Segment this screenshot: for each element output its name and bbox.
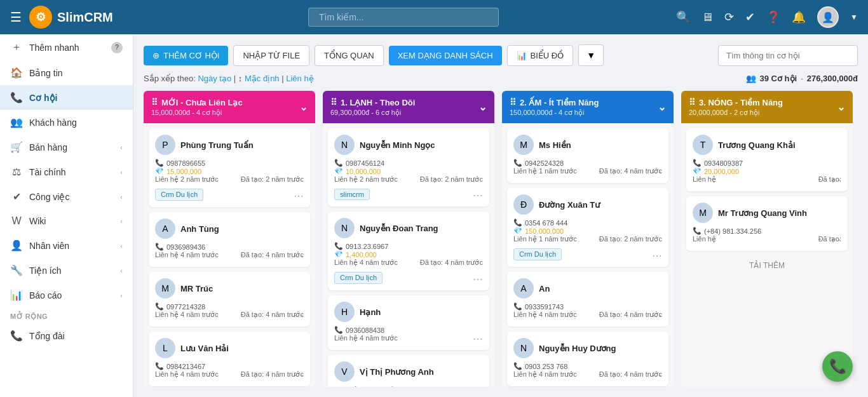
hamburger-icon[interactable]: ☰: [10, 10, 22, 25]
card-name[interactable]: Anh Tùng: [180, 224, 219, 234]
card-lanh-3[interactable]: V Vị Thị Phương Anh Liên hệ 4 năm trước …: [328, 355, 489, 387]
card-am-1[interactable]: Đ Đường Xuân Tư 📞0354 678 444 💎150,000,0…: [507, 188, 668, 267]
card-more-icon[interactable]: ⋯: [831, 174, 841, 186]
xem-dang-danh-sach-button[interactable]: XEM DẠNG DANH SÁCH: [389, 46, 502, 65]
bell-icon[interactable]: 🔔: [792, 10, 806, 24]
sort-lien-he[interactable]: Liên hệ: [286, 74, 313, 83]
card-times: Liên hệ 4 năm trước Đã tạo: 4 năm trước: [334, 259, 483, 267]
load-more-nong[interactable]: TẢI THÊM: [686, 256, 848, 275]
card-more-icon[interactable]: ⋯: [473, 273, 483, 285]
fab-call-button[interactable]: 📞: [822, 351, 853, 382]
card-lanh-0[interactable]: N Nguyễn Minh Ngọc 📞0987456124 💎10,000,0…: [328, 128, 489, 206]
card-am-0[interactable]: M Ms Hiền 📞0942524328 Liên hệ 1 năm trướ…: [507, 128, 668, 183]
sidebar-item-co-hoi[interactable]: 📞 Cơ hội: [0, 85, 133, 110]
share-icon[interactable]: ⟳: [724, 10, 734, 24]
sidebar-item-khach-hang[interactable]: 👥 Khách hàng: [0, 110, 133, 135]
col-header-nong: ⠿ 3. NÓNG - Tiềm Năng 20,000,000đ - 2 cơ…: [681, 91, 853, 123]
card-avatar: L: [155, 338, 175, 358]
nhap-tu-file-button[interactable]: NHẬP TỪ FILE: [233, 45, 309, 66]
card-tag[interactable]: Crm Du lịch: [334, 272, 383, 284]
card-nong-0[interactable]: T Trương Quang Khải 📞0934809387 💎20,000,…: [686, 128, 848, 191]
diamond-icon: 💎: [693, 167, 702, 175]
sort-mac-dinh[interactable]: Mặc định: [245, 74, 280, 83]
sidebar-item-bang-tin[interactable]: 🏠 Bảng tin: [0, 60, 133, 85]
card-avatar: T: [693, 135, 713, 155]
card-name[interactable]: Nguyễn Huy Dương: [539, 344, 616, 353]
card-tag[interactable]: slimcrm: [334, 189, 370, 200]
card-more-icon[interactable]: ⋯: [473, 384, 483, 387]
card-moi-0[interactable]: P Phùng Trung Tuấn 📞0987896655 💎15,000,0…: [149, 128, 310, 207]
card-moi-3[interactable]: L Lưu Văn Hải 📞0984213467 Liên hệ 4 năm …: [149, 332, 310, 386]
sidebar-item-them-nhanh[interactable]: ＋ Thêm nhanh ?: [0, 34, 133, 60]
bieu-do-button[interactable]: 📊 BIỂU ĐỒ: [507, 45, 574, 66]
card-name[interactable]: Lưu Văn Hải: [180, 344, 229, 353]
search-input[interactable]: [718, 45, 858, 66]
card-more-icon[interactable]: ⋯: [652, 250, 662, 262]
card-name[interactable]: Đường Xuân Tư: [539, 200, 600, 210]
card-moi-2[interactable]: M MR Trúc 📞0977214328 Liên hệ 4 năm trướ…: [149, 272, 310, 326]
card-name[interactable]: Nguyễn Đoan Trang: [360, 224, 438, 233]
filter-button[interactable]: ▼: [578, 44, 604, 66]
card-name[interactable]: Hạnh: [360, 307, 381, 317]
card-more-icon[interactable]: ⋯: [294, 190, 304, 202]
monitor-icon[interactable]: 🖥: [702, 11, 713, 24]
card-name[interactable]: Vị Thị Phương Anh: [360, 367, 434, 377]
col-chevron-nong[interactable]: ⌄: [837, 101, 845, 113]
card-name[interactable]: Mr Trương Quang Vinh: [718, 208, 807, 218]
sidebar-item-nhan-vien[interactable]: 👤 Nhân viên ‹: [0, 233, 133, 258]
sidebar-item-wiki[interactable]: W Wiki ‹: [0, 209, 133, 233]
col-title-am: ⠿ 2. ẤM - Ít Tiềm Năng: [510, 97, 658, 107]
them-co-hoi-button[interactable]: ⊕ THÊM CƠ HỘI: [144, 46, 228, 65]
sidebar-label-ban-hang: Bán hàng: [29, 142, 67, 152]
card-lanh-1[interactable]: N Nguyễn Đoan Trang 📞0913.23.6967 💎1,400…: [328, 212, 489, 290]
tong-quan-button[interactable]: TỔNG QUAN: [315, 45, 384, 66]
card-more-icon[interactable]: ⋯: [294, 250, 304, 262]
card-name[interactable]: Trương Quang Khải: [718, 140, 796, 150]
user-avatar[interactable]: 👤: [817, 6, 839, 28]
card-name[interactable]: MR Trúc: [180, 284, 213, 293]
card-lanh-2[interactable]: H Hạnh 📞0936088438 Liên hệ 4 năm trước ⋯: [328, 295, 489, 350]
card-more-icon[interactable]: ⋯: [473, 333, 483, 345]
card-name[interactable]: An: [539, 284, 550, 293]
sidebar-item-bao-cao[interactable]: 📊 Báo cáo ‹: [0, 283, 133, 307]
logo: ⚙ SlimCRM: [29, 6, 131, 29]
card-am-2[interactable]: A An 📞0933591743 Liên hệ 4 năm trước Đã …: [507, 272, 668, 326]
col-chevron-moi[interactable]: ⌄: [299, 101, 308, 113]
card-am-3[interactable]: N Nguyễn Huy Dương 📞0903 253 768 Liên hệ…: [507, 332, 668, 386]
card-more-icon[interactable]: ⋯: [473, 189, 483, 201]
finance-icon: ⚖: [10, 166, 23, 178]
card-more-icon[interactable]: ⋯: [294, 369, 304, 381]
card-avatar: M: [513, 135, 534, 155]
global-search-box[interactable]: Tìm kiếm...: [308, 8, 499, 27]
col-chevron-lanh[interactable]: ⌄: [478, 101, 487, 113]
card-more-icon[interactable]: ⋯: [831, 234, 841, 246]
sort-ngay-tao[interactable]: Ngày tạo: [198, 74, 231, 83]
sidebar-item-tien-ich[interactable]: 🔧 Tiện ích ‹: [0, 258, 133, 283]
phone-icon: 📞: [513, 362, 522, 370]
phone-icon: 📞: [334, 159, 343, 167]
sidebar-section-mo-rong: MỞ RỘNG: [0, 307, 133, 323]
sidebar-item-tong-dai[interactable]: 📞 Tổng đài: [0, 323, 133, 348]
card-tag[interactable]: Crm Du lịch: [513, 248, 562, 260]
card-tag[interactable]: Crm Du lịch: [155, 189, 203, 201]
card-moi-1[interactable]: A Anh Tùng 📞0936989436 Liên hệ 4 năm trư…: [149, 212, 310, 267]
help-icon[interactable]: ❓: [766, 10, 780, 24]
col-chevron-am[interactable]: ⌄: [658, 101, 666, 113]
card-nong-1[interactable]: M Mr Trương Quang Vinh 📞(+84) 981.334.25…: [686, 196, 848, 251]
check-icon[interactable]: ✔: [745, 10, 755, 24]
sidebar-item-cong-viec[interactable]: ✔ Công việc ‹: [0, 184, 133, 209]
card-avatar: M: [693, 203, 713, 223]
card-more-icon[interactable]: ⋯: [652, 369, 662, 381]
user-dropdown-icon[interactable]: ▼: [850, 13, 858, 22]
wiki-arrow: ‹: [120, 217, 123, 225]
card-more-icon[interactable]: ⋯: [652, 309, 662, 321]
sidebar-item-ban-hang[interactable]: 🛒 Bán hàng ‹: [0, 135, 133, 159]
sidebar-item-tai-chinh[interactable]: ⚖ Tài chính ‹: [0, 159, 133, 184]
card-name[interactable]: Ms Hiền: [539, 140, 571, 150]
card-more-icon[interactable]: ⋯: [652, 166, 662, 178]
search-icon[interactable]: 🔍: [676, 10, 690, 24]
card-name[interactable]: Nguyễn Minh Ngọc: [360, 140, 435, 150]
card-name[interactable]: Phùng Trung Tuấn: [180, 140, 254, 150]
card-more-icon[interactable]: ⋯: [294, 309, 304, 321]
card-created-time: Đã tạo: 2 năm trước: [241, 175, 304, 184]
